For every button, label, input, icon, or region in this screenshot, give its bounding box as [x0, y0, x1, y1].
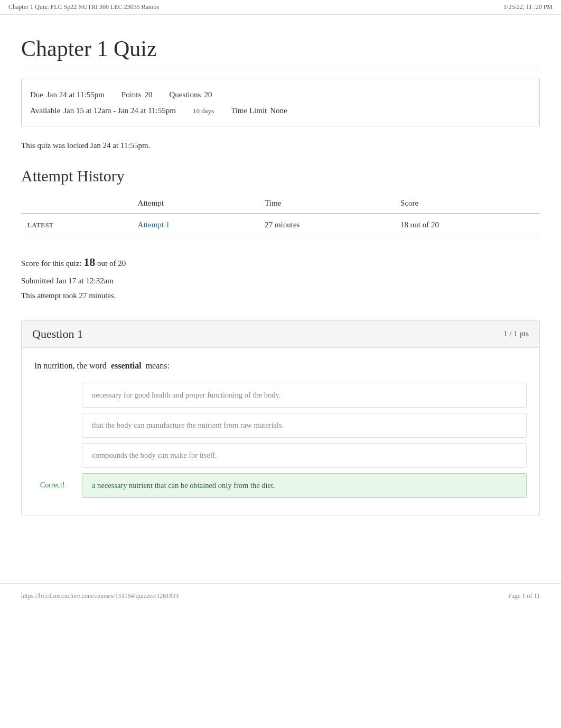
col-score: Score	[394, 193, 540, 214]
bottom-bar: https://lrccd.instructure.com/courses/15…	[0, 583, 561, 609]
attempt-table-header: Attempt Time Score	[21, 193, 540, 214]
due-label: Due	[30, 87, 43, 103]
row-time: 27 minutes	[258, 214, 394, 236]
locked-notice: This quiz was locked Jan 24 at 11:55pm.	[21, 141, 540, 150]
answer-option-row: a necessary nutrient that can be obtaine…	[82, 473, 527, 498]
score-summary: Score for this quiz: 18 out of 20 Submit…	[21, 251, 540, 303]
points-value: 20	[144, 87, 152, 103]
question-pts: 1 / 1 pts	[503, 329, 529, 338]
points-label: Points	[121, 87, 142, 103]
answer-options-wrapper: necessary for good health and proper fun…	[34, 383, 527, 498]
available-label: Available	[30, 103, 60, 118]
answer-option-row: compounds the body can make for itself.	[82, 443, 527, 468]
attempt-link[interactable]: Attempt 1	[138, 220, 170, 229]
col-attempt: Attempt	[132, 193, 258, 214]
score-line: Score for this quiz: 18 out of 20	[21, 251, 540, 273]
footer-right: Page 1 of 11	[508, 592, 540, 600]
questions-label: Questions	[169, 87, 201, 103]
question-title: Question 1	[32, 327, 83, 341]
meta-days: 10 days	[193, 104, 214, 118]
quiz-meta: Due Jan 24 at 11:55pm Points 20 Question…	[21, 79, 540, 126]
col-label	[21, 193, 132, 214]
meta-points: Points 20	[121, 87, 153, 103]
score-out-of: out of 20	[97, 259, 126, 268]
col-time: Time	[258, 193, 394, 214]
top-bar-left: Chapter 1 Quiz: FLC Sp22 NUTRI 300 LEC 2…	[8, 3, 159, 11]
questions-value: 20	[204, 87, 212, 103]
answer-option: compounds the body can make for itself.	[82, 443, 527, 468]
question-block: Question 1 1 / 1 pts In nutrition, the w…	[21, 320, 540, 515]
footer-left: https://lrccd.instructure.com/courses/15…	[21, 592, 179, 600]
meta-row-1: Due Jan 24 at 11:55pm Points 20 Question…	[30, 87, 531, 103]
table-row: LATEST Attempt 1 27 minutes 18 out of 20	[21, 214, 540, 236]
submitted-line: Submitted Jan 17 at 12:32am	[21, 273, 540, 289]
answer-option: necessary for good health and proper fun…	[82, 383, 527, 408]
keyword: essential	[111, 361, 142, 370]
question-text: In nutrition, the word essential means:	[34, 360, 527, 372]
due-value: Jan 24 at 11:55pm	[46, 87, 105, 103]
answer-option: that the body can manufacture the nutrie…	[82, 413, 527, 438]
answer-option-row: that the body can manufacture the nutrie…	[82, 413, 527, 438]
answer-option: a necessary nutrient that can be obtaine…	[82, 473, 527, 498]
attempt-history-title: Attempt History	[21, 167, 540, 185]
top-bar: Chapter 1 Quiz: FLC Sp22 NUTRI 300 LEC 2…	[0, 0, 561, 15]
answer-option-row: necessary for good health and proper fun…	[82, 383, 527, 408]
meta-timelimit: Time Limit None	[231, 103, 287, 118]
question-header: Question 1 1 / 1 pts	[21, 320, 540, 348]
question-body: In nutrition, the word essential means:n…	[21, 348, 540, 515]
score-number: 18	[83, 255, 95, 269]
row-label: LATEST	[21, 214, 132, 236]
days-value: 10 days	[193, 104, 214, 118]
meta-due: Due Jan 24 at 11:55pm	[30, 87, 105, 103]
timelimit-label: Time Limit	[231, 103, 267, 118]
took-line: This attempt took 27 minutes.	[21, 288, 540, 303]
meta-questions: Questions 20	[169, 87, 212, 103]
attempt-table: Attempt Time Score LATEST Attempt 1 27 m…	[21, 193, 540, 236]
timelimit-value: None	[270, 103, 287, 118]
questions-container: Question 1 1 / 1 pts In nutrition, the w…	[21, 320, 540, 515]
meta-available: Available Jan 15 at 12am - Jan 24 at 11:…	[30, 103, 176, 118]
quiz-title: Chapter 1 Quiz	[21, 36, 540, 69]
available-value: Jan 15 at 12am - Jan 24 at 11:55pm	[63, 103, 176, 118]
score-label: Score for this quiz:	[21, 259, 82, 268]
top-bar-right: 1/25/22, 11 :20 PM	[503, 3, 553, 11]
page-content: Chapter 1 Quiz Due Jan 24 at 11:55pm Poi…	[0, 15, 561, 562]
correct-label: Correct!	[40, 481, 65, 490]
row-attempt[interactable]: Attempt 1	[132, 214, 258, 236]
row-score: 18 out of 20	[394, 214, 540, 236]
meta-row-2: Available Jan 15 at 12am - Jan 24 at 11:…	[30, 103, 531, 118]
